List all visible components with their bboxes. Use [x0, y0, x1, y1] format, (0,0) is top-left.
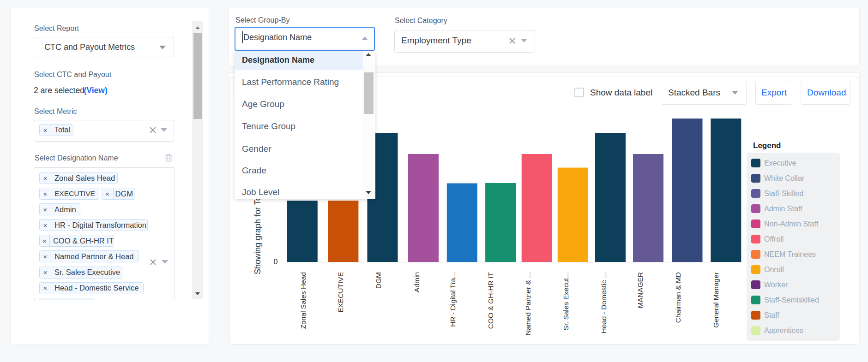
svg-text:0: 0 [274, 258, 278, 266]
svg-text:Sr. Sales Execut...: Sr. Sales Execut... [562, 272, 570, 331]
svg-text:Zonal Sales Head: Zonal Sales Head [299, 272, 307, 329]
svg-text:DGM: DGM [374, 272, 382, 289]
svg-text:MANAGER: MANAGER [636, 272, 644, 308]
svg-text:General Manager: General Manager [712, 272, 720, 328]
svg-text:EXECUTIVE: EXECUTIVE [337, 272, 344, 313]
svg-text:HR - Digital Tra...: HR - Digital Tra... [449, 272, 457, 327]
svg-text:Named Partner & ...: Named Partner & ... [524, 272, 532, 335]
svg-text:Head - Domestic ...: Head - Domestic ... [600, 272, 608, 333]
svg-text:COO & GH-HR IT: COO & GH-HR IT [487, 272, 494, 329]
svg-text:Showing graph for Total: Showing graph for Total [253, 187, 262, 274]
svg-text:Chairman & MD: Chairman & MD [674, 272, 682, 323]
svg-text:Admin: Admin [413, 272, 421, 292]
